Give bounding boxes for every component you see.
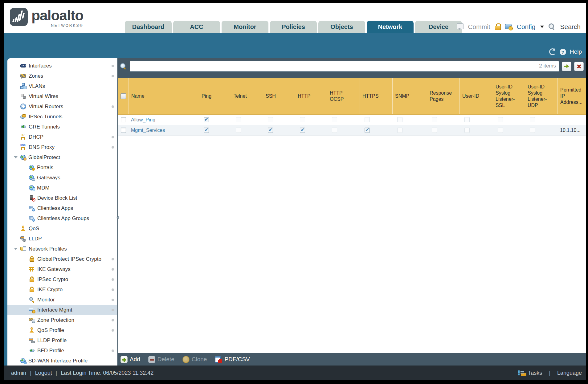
sidebar-item-device-block-list[interactable]: Device Block List <box>7 193 117 203</box>
sidebar-item-lldp[interactable]: LLDP <box>7 234 117 244</box>
service-checkbox-ping[interactable] <box>204 128 209 133</box>
filter-input[interactable] <box>130 61 559 71</box>
add-button[interactable]: Add <box>120 356 140 363</box>
sidebar-item-portals[interactable]: Portals <box>7 162 117 173</box>
service-checkbox-ssh[interactable] <box>268 117 273 122</box>
service-checkbox-user-id-syslog-listener-ssl[interactable] <box>498 128 503 133</box>
lock-icon[interactable] <box>495 23 501 30</box>
sidebar-item-bfd-profile[interactable]: BFD Profile <box>7 345 117 356</box>
sidebar-item-lldp-profile[interactable]: LLDP Profile <box>7 335 117 345</box>
help-link[interactable]: Help <box>570 48 582 55</box>
column-header-name[interactable]: Name <box>129 78 199 114</box>
sidebar-item-qos-profile[interactable]: QoS Profile <box>7 325 117 335</box>
service-checkbox-http-ocsp[interactable] <box>332 117 337 122</box>
config-icon[interactable] <box>505 23 512 30</box>
sidebar-collapse-icon[interactable] <box>115 216 119 219</box>
column-header-https[interactable]: HTTPS <box>360 78 392 114</box>
profile-name-link[interactable]: Allow_Ping <box>131 117 155 123</box>
service-checkbox-user-id[interactable] <box>464 128 470 133</box>
tab-dashboard[interactable]: Dashboard <box>125 21 172 33</box>
sidebar-item-dhcp[interactable]: DHCP <box>7 132 117 142</box>
service-checkbox-telnet[interactable] <box>236 117 241 122</box>
row-select-checkbox[interactable] <box>121 117 126 122</box>
sidebar-item-zones[interactable]: Zones <box>7 71 117 81</box>
service-checkbox-user-id-syslog-listener-ssl[interactable] <box>498 117 503 122</box>
sidebar-item-vlans[interactable]: VLANs <box>7 81 117 91</box>
column-header-snmp[interactable]: SNMP <box>392 78 427 114</box>
tasks-link[interactable]: Tasks <box>528 370 542 376</box>
column-header-permitted-ip-address[interactable]: Permitted IP Address... <box>557 78 586 114</box>
service-checkbox-https[interactable] <box>365 117 370 122</box>
sidebar-item-network-profiles[interactable]: Network Profiles <box>7 244 117 254</box>
service-checkbox-snmp[interactable] <box>397 117 402 122</box>
column-header-user-id-syslog-listener-udp[interactable]: User-ID Syslog Listener-UDP <box>525 78 557 114</box>
service-checkbox-user-id[interactable] <box>464 117 470 122</box>
sidebar-item-gre-tunnels[interactable]: GRE Tunnels <box>7 122 117 132</box>
sidebar-item-ipsec-tunnels[interactable]: IPSec Tunnels <box>7 112 117 122</box>
tab-policies[interactable]: Policies <box>270 21 317 33</box>
tab-network[interactable]: Network <box>367 21 414 33</box>
column-header-user-id-syslog-listener-ssl[interactable]: User-ID Syslog Listener-SSL <box>493 78 525 114</box>
service-checkbox-http[interactable] <box>300 128 305 133</box>
config-button[interactable]: Config <box>517 23 536 31</box>
tab-monitor[interactable]: Monitor <box>222 21 268 33</box>
sidebar-item-gateways[interactable]: Gateways <box>7 173 117 183</box>
sidebar-item-sd-wan-interface-profile[interactable]: SD-WAN Interface Profile <box>7 356 117 366</box>
sidebar-item-ike-crypto[interactable]: IKE Crypto <box>7 284 117 295</box>
commit-icon[interactable] <box>456 23 463 30</box>
sidebar-item-clientless-app-groups[interactable]: Clientless App Groups <box>7 213 117 223</box>
search-icon[interactable] <box>548 23 556 31</box>
sidebar-item-zone-protection[interactable]: Zone Protection <box>7 315 117 325</box>
sidebar-item-ike-gateways[interactable]: IKE Gateways <box>7 264 117 274</box>
column-header-ssh[interactable]: SSH <box>263 78 295 114</box>
service-checkbox-user-id-syslog-listener-udp[interactable] <box>530 117 535 122</box>
service-checkbox-response-pages[interactable] <box>432 128 437 133</box>
sidebar-item-virtual-routers[interactable]: Virtual Routers <box>7 101 117 112</box>
logout-link[interactable]: Logout <box>35 370 52 376</box>
sidebar-item-interface-mgmt[interactable]: Interface Mgmt <box>7 305 117 315</box>
sidebar-item-dns-proxy[interactable]: DNS Proxy <box>7 142 117 152</box>
clone-button[interactable]: Clone <box>182 356 207 363</box>
service-checkbox-ssh[interactable] <box>268 128 273 133</box>
service-checkbox-response-pages[interactable] <box>432 117 437 122</box>
column-header-response-pages[interactable]: Response Pages <box>427 78 459 114</box>
column-header-http-ocsp[interactable]: HTTP OCSP <box>327 78 360 114</box>
sidebar-item-monitor[interactable]: Monitor <box>7 295 117 305</box>
service-checkbox-telnet[interactable] <box>236 128 241 133</box>
column-header-ping[interactable]: Ping <box>199 78 231 114</box>
sidebar-item-qos[interactable]: QoS <box>7 223 117 234</box>
sidebar-item-mdm[interactable]: MDM <box>7 183 117 193</box>
column-header-http[interactable]: HTTP <box>295 78 327 114</box>
pdf-csv-button[interactable]: PDF/CSV <box>215 356 250 363</box>
service-checkbox-snmp[interactable] <box>397 128 402 133</box>
sidebar-item-globalprotect-ipsec-crypto[interactable]: GlobalProtect IPSec Crypto <box>7 254 117 264</box>
tab-acc[interactable]: ACC <box>173 21 220 33</box>
search-button[interactable]: Search <box>560 23 581 31</box>
tasks-icon[interactable] <box>518 370 525 376</box>
delete-button[interactable]: Delete <box>148 356 174 363</box>
language-link[interactable]: Language <box>557 370 582 376</box>
clear-filter-button[interactable] <box>574 62 584 71</box>
chevron-down-icon[interactable] <box>540 26 544 30</box>
profile-name-link[interactable]: Mgmt_Services <box>131 128 165 133</box>
sidebar-item-virtual-wires[interactable]: Virtual Wires <box>7 91 117 101</box>
column-header-user-id[interactable]: User-ID <box>459 78 493 114</box>
service-checkbox-http[interactable] <box>300 117 305 122</box>
select-all-checkbox[interactable] <box>120 93 126 99</box>
service-checkbox-https[interactable] <box>365 128 370 133</box>
sidebar-item-ipsec-crypto[interactable]: IPSec Crypto <box>7 274 117 284</box>
tab-device[interactable]: Device <box>415 21 462 33</box>
service-checkbox-http-ocsp[interactable] <box>332 128 337 133</box>
row-select-checkbox[interactable] <box>121 128 126 133</box>
commit-button[interactable]: Commit <box>468 23 490 31</box>
sidebar-item-clientless-apps[interactable]: Clientless Apps <box>7 203 117 213</box>
refresh-icon[interactable] <box>549 48 556 55</box>
apply-filter-button[interactable] <box>562 62 571 71</box>
service-checkbox-user-id-syslog-listener-udp[interactable] <box>530 128 535 133</box>
help-icon[interactable] <box>560 49 566 55</box>
sidebar-item-interfaces[interactable]: Interfaces <box>7 61 117 71</box>
sidebar-item-globalprotect[interactable]: GlobalProtect <box>7 152 117 162</box>
tab-objects[interactable]: Objects <box>318 21 365 33</box>
column-header-telnet[interactable]: Telnet <box>231 78 263 114</box>
service-checkbox-ping[interactable] <box>204 117 209 122</box>
